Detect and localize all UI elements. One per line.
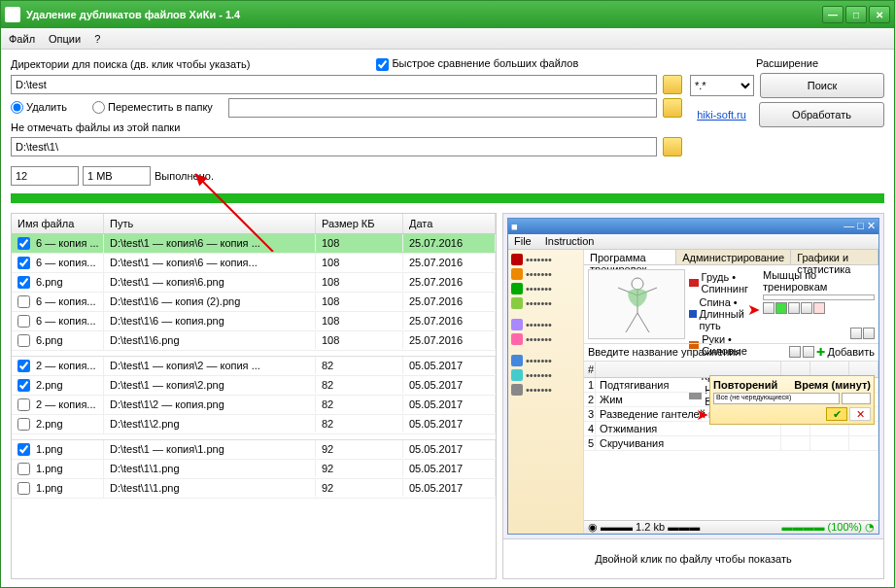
cell-size: 92 — [316, 479, 403, 497]
cell-path: D:\test\1\1.png — [104, 479, 316, 497]
svg-point-1 — [632, 278, 643, 290]
table-row[interactable]: 1.pngD:\test\1 — копия\1.png9205.05.2017 — [12, 440, 496, 460]
cell-size: 108 — [316, 331, 403, 349]
cell-path: D:\test\1\2 — копия.png — [104, 396, 316, 413]
app-window: Удаление дубликатов файлов ХиКи - 1.4 — … — [0, 0, 895, 588]
maximize-button[interactable]: □ — [845, 6, 867, 23]
search-button[interactable]: Поиск — [760, 73, 884, 98]
cell-path: D:\test\1\1.png — [104, 460, 316, 477]
cell-size: 82 — [316, 357, 403, 374]
cell-size: 108 — [316, 312, 403, 329]
row-checkbox[interactable] — [17, 463, 30, 475]
cell-date: 05.05.2017 — [403, 415, 496, 432]
table-row[interactable]: 1.pngD:\test\1\1.png9205.05.2017 — [12, 479, 496, 499]
menu-options[interactable]: Опции — [49, 33, 81, 45]
cell-name: 1.png — [36, 482, 63, 494]
row-checkbox[interactable] — [17, 295, 30, 308]
extension-label: Расширение — [690, 57, 884, 69]
cell-name: 6 — копия... — [36, 257, 96, 268]
cell-name: 6.png — [36, 276, 63, 288]
website-link[interactable]: hiki-soft.ru — [690, 109, 753, 121]
cell-size: 92 — [316, 440, 403, 458]
browse-exclude-dir-icon[interactable] — [663, 137, 682, 156]
col-path[interactable]: Путь — [104, 214, 316, 233]
extension-select[interactable]: *.* — [690, 75, 754, 96]
cell-date: 25.07.2016 — [403, 254, 496, 271]
table-row[interactable]: 2 — копия...D:\test\1\2 — копия.png8205.… — [12, 396, 496, 415]
table-body[interactable]: 6 — копия ...D:\test\1 — копия\6 — копия… — [12, 234, 496, 578]
table-row[interactable]: 2 — копия...D:\test\1 — копия\2 — копия … — [12, 357, 496, 376]
count-input[interactable] — [11, 166, 79, 186]
svg-line-6 — [637, 313, 649, 332]
table-row[interactable]: 1.pngD:\test\1\1.png9205.05.2017 — [12, 460, 496, 479]
table-row[interactable]: 6.pngD:\test\1\6.png10825.07.2016 — [12, 331, 496, 351]
move-dir-input[interactable] — [228, 98, 657, 118]
menu-bar: Файл Опции ? — [1, 28, 894, 50]
row-checkbox[interactable] — [17, 482, 30, 495]
progress-bar — [11, 193, 884, 203]
window-title: Удаление дубликатов файлов ХиКи - 1.4 — [26, 9, 822, 20]
cell-date: 05.05.2017 — [403, 396, 496, 413]
cell-name: 2 — копия... — [36, 360, 96, 371]
minimize-button[interactable]: — — [822, 6, 843, 23]
cell-date: 05.05.2017 — [403, 357, 496, 374]
cell-size: 82 — [316, 396, 403, 413]
search-dir-input[interactable] — [11, 75, 657, 94]
row-checkbox[interactable] — [17, 257, 30, 269]
process-button[interactable]: Обработать — [759, 102, 884, 127]
menu-file[interactable]: Файл — [9, 33, 35, 45]
fast-compare-check[interactable]: Быстрое сравнение больших файлов — [376, 57, 578, 71]
table-row[interactable]: 6 — копия...D:\test\1 — копия\6 — копия.… — [12, 254, 496, 273]
cell-path: D:\test\1 — копия\2.png — [104, 376, 316, 394]
row-checkbox[interactable] — [17, 237, 30, 250]
cell-size: 92 — [316, 460, 403, 477]
table-row[interactable]: 6.pngD:\test\1 — копия\6.png10825.07.201… — [12, 273, 496, 293]
cell-name: 6 — копия... — [36, 315, 96, 327]
table-row[interactable]: 2.pngD:\test\1\2.png8205.05.2017 — [12, 415, 496, 434]
cell-name: 2.png — [36, 418, 63, 430]
cell-date: 25.07.2016 — [403, 312, 496, 329]
row-checkbox[interactable] — [17, 315, 30, 328]
search-dirs-label: Директории для поиска (дв. клик чтобы ук… — [11, 58, 250, 70]
menu-help[interactable]: ? — [94, 33, 100, 45]
exclude-dir-input[interactable] — [11, 137, 657, 156]
app-icon — [5, 7, 20, 22]
row-checkbox[interactable] — [17, 334, 30, 347]
row-checkbox[interactable] — [17, 379, 30, 392]
cell-path: D:\test\1\2.png — [104, 415, 316, 432]
row-checkbox[interactable] — [17, 360, 30, 372]
preview-image[interactable]: ■— □ ✕ FileInstruction ••••••• ••••••• •… — [503, 214, 883, 539]
row-checkbox[interactable] — [17, 418, 30, 431]
cell-name: 1.png — [36, 463, 63, 474]
table-row[interactable]: 6 — копия ...D:\test\1 — копия\6 — копия… — [12, 234, 496, 254]
col-size[interactable]: Размер КБ — [316, 214, 403, 233]
cell-path: D:\test\1 — копия\6 — копия... — [104, 254, 316, 271]
results-table: Имя файла Путь Размер КБ Дата 6 — копия … — [11, 213, 497, 579]
close-button[interactable]: ✕ — [869, 6, 890, 23]
col-date[interactable]: Дата — [403, 214, 496, 233]
cell-date: 25.07.2016 — [403, 293, 496, 310]
table-row[interactable]: 6 — копия...D:\test\1\6 — копия (2).png1… — [12, 293, 496, 312]
move-radio[interactable]: Переместить в папку — [92, 101, 213, 115]
row-checkbox[interactable] — [17, 398, 30, 411]
cell-path: D:\test\1\6 — копия.png — [104, 312, 316, 329]
delete-radio[interactable]: Удалить — [11, 101, 67, 115]
cell-path: D:\test\1 — копия\6.png — [104, 273, 316, 291]
cell-size: 108 — [316, 293, 403, 310]
title-bar[interactable]: Удаление дубликатов файлов ХиКи - 1.4 — … — [1, 1, 894, 28]
cell-date: 05.05.2017 — [403, 440, 496, 458]
table-row[interactable]: 2.pngD:\test\1 — копия\2.png8205.05.2017 — [12, 376, 496, 396]
exclude-label: Не отмечать файлы из этой папки — [11, 121, 682, 133]
cell-date: 25.07.2016 — [403, 273, 496, 291]
col-name[interactable]: Имя файла — [12, 214, 104, 233]
cell-date: 05.05.2017 — [403, 376, 496, 394]
table-header: Имя файла Путь Размер КБ Дата — [12, 214, 496, 234]
browse-move-dir-icon[interactable] — [663, 98, 682, 118]
row-checkbox[interactable] — [17, 276, 30, 289]
size-input[interactable] — [83, 166, 151, 186]
browse-search-dir-icon[interactable] — [663, 75, 682, 94]
table-row[interactable]: 6 — копия...D:\test\1\6 — копия.png10825… — [12, 312, 496, 331]
cell-date: 05.05.2017 — [403, 479, 496, 497]
cell-date: 25.07.2016 — [403, 331, 496, 349]
row-checkbox[interactable] — [17, 443, 30, 456]
